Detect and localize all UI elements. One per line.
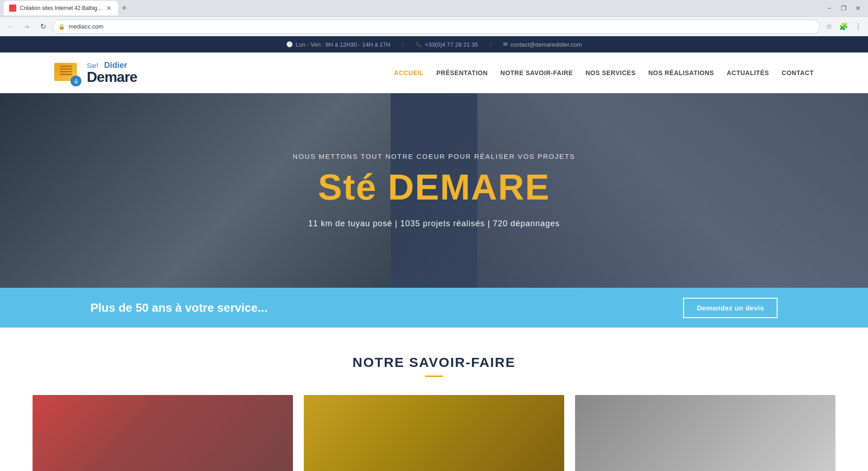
email-icon: ✉ (503, 41, 508, 48)
nav-item-realisations[interactable]: NOS RÉALISATIONS (648, 69, 714, 76)
tab-bar: Création sites Internet 42 Balbig... ✕ +… (0, 0, 868, 16)
site-header: 💧 Sarl Didier Demare ACCUEIL PRÉSENTATIO… (0, 52, 868, 93)
card-3 (575, 395, 835, 471)
window-controls: − ❐ ✕ (823, 2, 864, 14)
logo-icon: 💧 (54, 59, 81, 86)
card-image-1 (33, 395, 293, 471)
new-tab-button[interactable]: + (118, 2, 131, 14)
topbar-email-text: contact@demaredidier.com (510, 41, 582, 48)
logo-area[interactable]: 💧 Sarl Didier Demare (54, 59, 137, 86)
card-1 (33, 395, 293, 471)
phone-icon: 📞 (415, 41, 422, 48)
nav-item-presentation[interactable]: PRÉSENTATION (436, 69, 488, 76)
forward-button[interactable]: → (20, 20, 33, 33)
card-image-2 (304, 395, 564, 471)
topbar-separator-2: | (490, 41, 491, 48)
extension-icon[interactable]: 🧩 (837, 20, 850, 33)
url-text: mediacc.com (69, 23, 814, 30)
hero-section: NOUS METTONS TOUT NOTRE COEUR POUR RÉALI… (0, 93, 868, 288)
topbar-hours-text: Lun - Ven : 8H à 12H30 - 14H à 17H (296, 41, 391, 48)
topbar-hours: 🕐 Lun - Ven : 8H à 12H30 - 14H à 17H (286, 41, 391, 48)
hero-title: Sté DEMARE (293, 169, 576, 205)
logo-sarl-text: Sarl (87, 62, 98, 69)
hero-content: NOUS METTONS TOUT NOTRE COEUR POUR RÉALI… (293, 152, 576, 228)
card-2 (304, 395, 564, 471)
address-bar: ← → ↻ 🔒 mediacc.com ☆ 🧩 ⋮ (0, 16, 868, 36)
hero-tagline: NOUS METTONS TOUT NOTRE COEUR POUR RÉALI… (293, 152, 576, 160)
topbar: 🕐 Lun - Ven : 8H à 12H30 - 14H à 17H | 📞… (0, 36, 868, 52)
topbar-phone: 📞 +33(0)4 77 28 21 35 (415, 41, 478, 48)
active-tab[interactable]: Création sites Internet 42 Balbig... ✕ (4, 1, 118, 15)
browser-actions: ☆ 🧩 ⋮ (823, 20, 864, 33)
nav-item-savoir-faire[interactable]: NOTRE SAVOIR-FAIRE (500, 69, 573, 76)
logo-text: Sarl Didier Demare (87, 61, 137, 84)
cta-devis-button[interactable]: Demandez un devis (683, 298, 778, 318)
logo-didier-text: Didier (104, 61, 127, 70)
section-underline (425, 376, 443, 377)
section-title-area: NOTRE SAVOIR-FAIRE (0, 328, 868, 395)
website-content: 🕐 Lun - Ven : 8H à 12H30 - 14H à 17H | 📞… (0, 36, 868, 471)
nav-item-services[interactable]: NOS SERVICES (585, 69, 636, 76)
cta-band: Plus de 50 ans à votre service... Demand… (0, 288, 868, 328)
nav-item-contact[interactable]: CONTACT (782, 69, 814, 76)
site-nav: ACCUEIL PRÉSENTATION NOTRE SAVOIR-FAIRE … (394, 69, 814, 76)
hero-stats: 11 km de tuyau posé | 1035 projets réali… (293, 219, 576, 228)
minimize-button[interactable]: − (823, 2, 835, 14)
restore-button[interactable]: ❐ (837, 2, 850, 14)
nav-item-accueil[interactable]: ACCUEIL (394, 69, 424, 76)
tab-close-button[interactable]: ✕ (105, 4, 113, 13)
cards-row (0, 395, 868, 471)
savoir-faire-section: NOTRE SAVOIR-FAIRE (0, 328, 868, 471)
card-image-3 (575, 395, 835, 471)
nav-item-actualites[interactable]: ACTUALITÉS (726, 69, 769, 76)
bookmark-icon[interactable]: ☆ (823, 20, 835, 33)
close-button[interactable]: ✕ (852, 2, 864, 14)
topbar-separator-1: | (402, 41, 403, 48)
section-title: NOTRE SAVOIR-FAIRE (0, 355, 868, 370)
back-button[interactable]: ← (4, 20, 17, 33)
security-icon: 🔒 (58, 24, 65, 30)
menu-icon[interactable]: ⋮ (852, 20, 864, 33)
clock-icon: 🕐 (286, 41, 293, 48)
topbar-email: ✉ contact@demaredidier.com (503, 41, 582, 48)
tab-title: Création sites Internet 42 Balbig... (20, 5, 102, 11)
topbar-phone-text: +33(0)4 77 28 21 35 (425, 41, 478, 48)
browser-window: Création sites Internet 42 Balbig... ✕ +… (0, 0, 868, 471)
tab-favicon (9, 5, 16, 12)
address-input[interactable]: 🔒 mediacc.com (52, 19, 820, 34)
cta-text: Plus de 50 ans à votre service... (90, 301, 268, 315)
reload-button[interactable]: ↻ (36, 20, 50, 33)
logo-faucet-shape: 💧 (71, 76, 81, 86)
logo-demare-text: Demare (87, 70, 137, 84)
